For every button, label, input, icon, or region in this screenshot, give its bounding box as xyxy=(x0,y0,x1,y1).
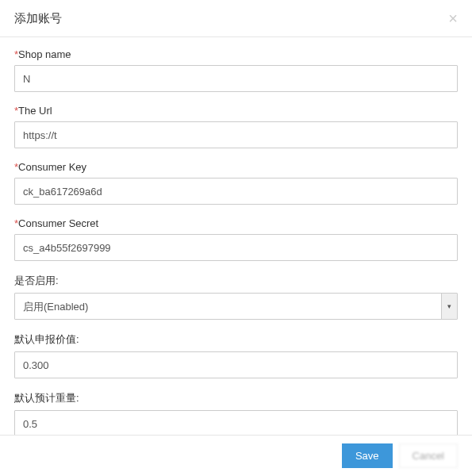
consumer-key-input[interactable] xyxy=(14,178,458,205)
consumer-key-label-text: Consumer Key xyxy=(18,161,86,173)
field-consumer-key: *Consumer Key xyxy=(14,161,458,205)
consumer-secret-label-text: Consumer Secret xyxy=(18,217,98,229)
the-url-label: *The Url xyxy=(14,105,458,117)
the-url-input[interactable] xyxy=(14,121,458,148)
modal-header: 添加账号 × xyxy=(0,0,472,37)
modal-body-scroll[interactable]: *Shop name *The Url *Consumer Key *Consu… xyxy=(0,37,472,438)
shop-name-label: *Shop name xyxy=(14,48,458,60)
field-declared-value: 默认申报价值: xyxy=(14,332,458,378)
modal-title: 添加账号 xyxy=(14,11,62,26)
field-the-url: *The Url xyxy=(14,105,458,148)
field-shop-name: *Shop name xyxy=(14,48,458,92)
declared-value-input[interactable] xyxy=(14,351,458,378)
enable-select[interactable]: 启用(Enabled) xyxy=(14,293,458,320)
modal-footer: Save Cancel xyxy=(0,435,472,476)
enable-label: 是否启用: xyxy=(14,274,458,288)
modal-body: *Shop name *The Url *Consumer Key *Consu… xyxy=(0,37,472,438)
estimated-weight-input[interactable] xyxy=(14,410,458,437)
declared-value-label: 默认申报价值: xyxy=(14,332,458,347)
the-url-label-text: The Url xyxy=(18,105,52,117)
field-enable: 是否启用: 启用(Enabled) ▾ xyxy=(14,274,458,320)
field-consumer-secret: *Consumer Secret xyxy=(14,217,458,261)
field-estimated-weight: 默认预计重量: xyxy=(14,391,458,437)
close-icon[interactable]: × xyxy=(448,10,458,26)
consumer-secret-input[interactable] xyxy=(14,234,458,261)
cancel-button[interactable]: Cancel xyxy=(399,443,458,468)
shop-name-input[interactable] xyxy=(14,65,458,92)
consumer-key-label: *Consumer Key xyxy=(14,161,458,173)
enable-select-wrap: 启用(Enabled) ▾ xyxy=(14,293,458,320)
save-button[interactable]: Save xyxy=(342,443,393,468)
consumer-secret-label: *Consumer Secret xyxy=(14,217,458,229)
estimated-weight-label: 默认预计重量: xyxy=(14,391,458,405)
shop-name-label-text: Shop name xyxy=(18,48,71,60)
